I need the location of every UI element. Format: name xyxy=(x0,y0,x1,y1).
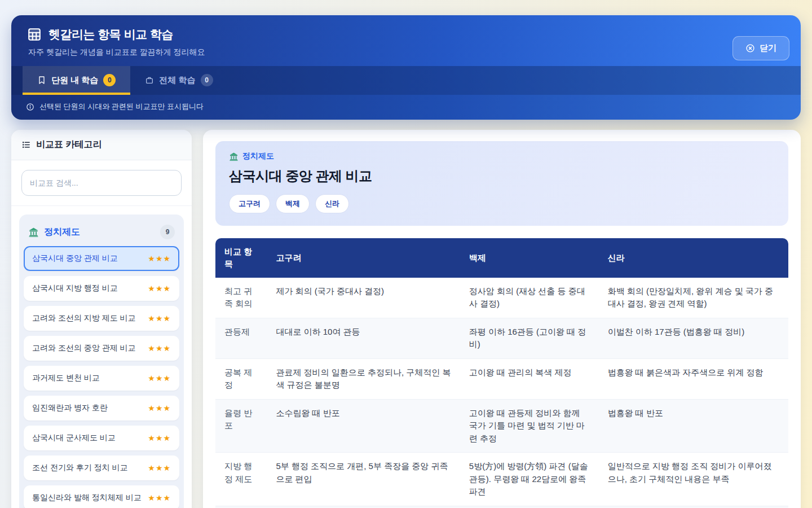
table-row: 공복 제정관료제 정비의 일환으로 추정되나, 구체적인 복색 규정은 불분명고… xyxy=(215,359,788,400)
tab-all-learning[interactable]: 전체 학습 0 xyxy=(130,66,227,95)
table-cell: 법흥왕 때 붉은색과 자주색으로 위계 정함 xyxy=(599,359,788,400)
close-icon xyxy=(745,43,755,53)
table-item-cell: 공복 제정 xyxy=(215,359,267,400)
comparison-item-label: 삼국시대 중앙 관제 비교 xyxy=(32,253,118,264)
tab-unit-label: 단원 내 학습 xyxy=(51,75,98,86)
filter-info-bar: 선택된 단원의 시대와 관련된 비교표만 표시됩니다 xyxy=(11,95,801,120)
difficulty-stars: ★★★ xyxy=(148,254,171,263)
table-header-cell: 신라 xyxy=(599,238,788,278)
comparison-detail-panel: 정치제도 삼국시대 중앙 관제 비교 고구려백제신라 비교 항목고구려백제신라 … xyxy=(203,130,801,508)
table-item-cell: 지방 행정 제도 xyxy=(215,453,267,506)
table-cell: 내물마립간(김씨 왕위 세습, 마립간 칭호), 지증왕('국왕' 칭호, '신… xyxy=(599,506,788,508)
comparison-item-label: 임진왜란과 병자 호란 xyxy=(32,403,108,413)
category-card-politics: 정치제도 9 삼국시대 중앙 관제 비교 ★★★ 삼국시대 지방 행정 비교 ★… xyxy=(19,214,184,508)
list-item[interactable]: 삼국시대 지방 행정 비교 ★★★ xyxy=(24,276,179,301)
list-item[interactable]: 고려와 조선의 중앙 관제 비교 ★★★ xyxy=(24,336,179,361)
table-item-cell: 왕권 강화 노력 xyxy=(215,506,267,508)
comparison-learning-header: 헷갈리는 항목 비교 학습 자주 헷갈리는 개념을 비교표로 깔끔하게 정리해요… xyxy=(11,15,801,120)
close-button[interactable]: 닫기 xyxy=(732,36,789,60)
bank-building-icon xyxy=(229,152,239,161)
kingdom-tag: 고구려 xyxy=(229,194,270,213)
topic-title: 삼국시대 중앙 관제 비교 xyxy=(229,167,775,185)
table-cell: 관료제 정비의 일환으로 추정되나, 구체적인 복색 규정은 불분명 xyxy=(267,359,460,400)
table-cell: 법흥왕 때 반포 xyxy=(599,400,788,453)
comparison-item-label: 통일신라와 발해 정치체제 비교 xyxy=(32,493,142,503)
table-cell: 고이왕(한강 유역 장악, 관등제 확립), 무령왕(22담로에 왕족 파견) xyxy=(460,506,599,508)
table-cell: 이벌찬 이하 17관등 (법흥왕 때 정비) xyxy=(599,318,788,359)
list-item[interactable]: 삼국시대 중앙 관제 비교 ★★★ xyxy=(24,246,179,271)
category-count-badge: 9 xyxy=(160,225,175,239)
list-item[interactable]: 통일신라와 발해 정치체제 비교 ★★★ xyxy=(24,485,179,508)
table-row: 관등제대대로 이하 10여 관등좌평 이하 16관등 (고이왕 때 정비)이벌찬… xyxy=(215,318,788,359)
table-cell: 5방(方)에 방령(方領) 파견 (달솔 관등). 무령왕 때 22담로에 왕족… xyxy=(460,453,599,506)
topic-tags: 고구려백제신라 xyxy=(229,194,775,213)
table-row: 지방 행정 제도5부 행정 조직으로 개편, 5부 족장을 중앙 귀족으로 편입… xyxy=(215,453,788,506)
difficulty-stars: ★★★ xyxy=(148,314,171,323)
page-subtitle: 자주 헷갈리는 개념을 비교표로 깔끔하게 정리해요 xyxy=(28,47,785,58)
table-row: 왕권 강화 노력태조왕(계루부 고씨 왕위 독점), 고국천왕(5부 지배층 중… xyxy=(215,506,788,508)
difficulty-stars: ★★★ xyxy=(148,344,171,353)
header-top: 헷갈리는 항목 비교 학습 자주 헷갈리는 개념을 비교표로 깔끔하게 정리해요… xyxy=(11,15,801,66)
list-item[interactable]: 과거제도 변천 비교 ★★★ xyxy=(24,366,179,391)
table-cell: 대대로 이하 10여 관등 xyxy=(267,318,460,359)
difficulty-stars: ★★★ xyxy=(148,463,171,472)
table-cell: 제가 회의 (국가 중대사 결정) xyxy=(267,278,460,318)
tab-unit-count-badge: 0 xyxy=(103,74,116,86)
list-icon xyxy=(21,140,31,150)
difficulty-stars: ★★★ xyxy=(148,374,171,383)
comparison-item-label: 삼국시대 지방 행정 비교 xyxy=(32,283,118,294)
table-header-cell: 비교 항목 xyxy=(215,238,267,278)
page-title: 헷갈리는 항목 비교 학습 xyxy=(48,27,173,42)
difficulty-stars: ★★★ xyxy=(148,493,171,502)
search-input[interactable] xyxy=(21,170,182,196)
sidebar-title: 비교표 카테고리 xyxy=(36,139,102,151)
table-item-cell: 율령 반포 xyxy=(215,400,267,453)
table-item-cell: 관등제 xyxy=(215,318,267,359)
category-header[interactable]: 정치제도 9 xyxy=(24,219,179,246)
tab-bar: 단원 내 학습 0 전체 학습 0 xyxy=(11,66,801,95)
topic-category-label: 정치제도 xyxy=(242,151,274,161)
tab-all-label: 전체 학습 xyxy=(159,75,195,86)
list-item[interactable]: 조선 전기와 후기 정치 비교 ★★★ xyxy=(24,456,179,480)
tab-all-count-badge: 0 xyxy=(201,74,213,86)
category-name: 정치제도 xyxy=(44,226,155,238)
content-area: 비교표 카테고리 정치제도 9 xyxy=(11,130,801,508)
difficulty-stars: ★★★ xyxy=(148,284,171,293)
sidebar-header: 비교표 카테고리 xyxy=(11,130,192,160)
comparison-item-label: 과거제도 변천 비교 xyxy=(32,373,100,383)
difficulty-stars: ★★★ xyxy=(148,433,171,443)
bank-building-icon xyxy=(28,227,39,238)
comparison-item-label: 고려와 조선의 중앙 관제 비교 xyxy=(32,343,136,353)
table-cell: 태조왕(계루부 고씨 왕위 독점), 고국천왕(5부 지배층 중앙 귀족 편입)… xyxy=(267,506,460,508)
table-cell: 소수림왕 때 반포 xyxy=(267,400,460,453)
topic-summary-card: 정치제도 삼국시대 중앙 관제 비교 고구려백제신라 xyxy=(215,141,788,226)
kingdom-tag: 신라 xyxy=(315,194,349,213)
table-row: 최고 귀족 회의제가 회의 (국가 중대사 결정)정사암 회의 (재상 선출 등… xyxy=(215,278,788,318)
list-item[interactable]: 삼국시대 군사제도 비교 ★★★ xyxy=(24,426,179,450)
filter-info-text: 선택된 단원의 시대와 관련된 비교표만 표시됩니다 xyxy=(39,102,204,112)
bookmark-icon xyxy=(37,76,46,85)
table-cell: 5부 행정 조직으로 개편, 5부 족장을 중앙 귀족으로 편입 xyxy=(267,453,460,506)
table-header-row: 비교 항목고구려백제신라 xyxy=(215,238,788,278)
table-cell: 고이왕 때 관리의 복색 제정 xyxy=(460,359,599,400)
table-cell: 일반적으로 지방 행정 조직 정비가 이루어졌으나, 초기 구체적인 내용은 부… xyxy=(599,453,788,506)
comparison-category-sidebar: 비교표 카테고리 정치제도 9 xyxy=(11,130,192,508)
comparison-item-label: 조선 전기와 후기 정치 비교 xyxy=(32,463,128,473)
close-button-label: 닫기 xyxy=(760,43,776,54)
table-item-cell: 최고 귀족 회의 xyxy=(215,278,267,318)
table-cell: 화백 회의 (만장일치제, 왕위 계승 및 국가 중대사 결정, 왕권 견제 역… xyxy=(599,278,788,318)
search-section xyxy=(11,160,192,206)
table-header-cell: 고구려 xyxy=(267,238,460,278)
table-cell: 좌평 이하 16관등 (고이왕 때 정비) xyxy=(460,318,599,359)
table-grid-icon xyxy=(27,27,42,42)
kingdom-tag: 백제 xyxy=(276,194,310,213)
difficulty-stars: ★★★ xyxy=(148,404,171,413)
tab-unit-learning[interactable]: 단원 내 학습 0 xyxy=(23,66,130,95)
info-icon xyxy=(26,103,34,111)
list-item[interactable]: 고려와 조선의 지방 제도 비교 ★★★ xyxy=(24,306,179,331)
comparison-item-label: 삼국시대 군사제도 비교 xyxy=(32,433,116,443)
list-item[interactable]: 임진왜란과 병자 호란 ★★★ xyxy=(24,396,179,421)
comparison-item-label: 고려와 조선의 지방 제도 비교 xyxy=(32,313,136,323)
table-cell: 고이왕 때 관등제 정비와 함께 국가 기틀 마련 및 법적 기반 마련 추정 xyxy=(460,400,599,453)
table-cell: 정사암 회의 (재상 선출 등 중대사 결정) xyxy=(460,278,599,318)
